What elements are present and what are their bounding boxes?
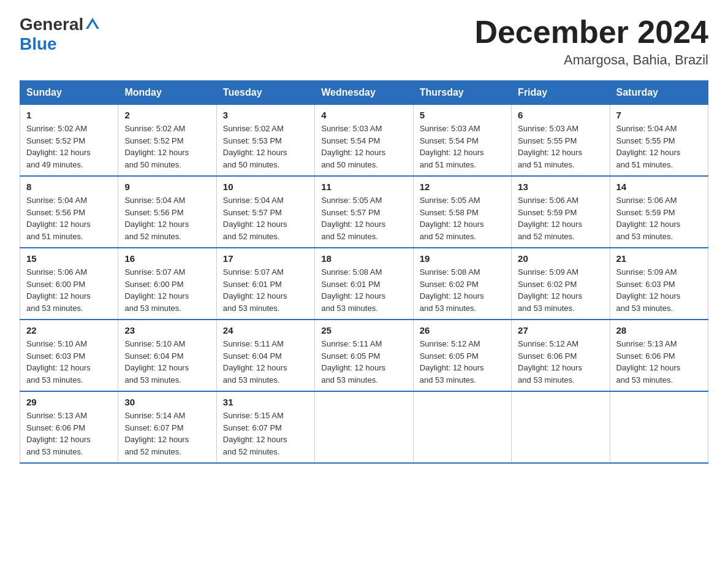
page-header: General Blue December 2024 Amargosa, Bah…: [20, 15, 708, 68]
day-number: 11: [321, 182, 406, 192]
table-row: 4 Sunrise: 5:03 AMSunset: 5:54 PMDayligh…: [315, 105, 413, 177]
day-info: Sunrise: 5:13 AMSunset: 6:06 PMDaylight:…: [616, 339, 681, 385]
table-row: 16 Sunrise: 5:07 AMSunset: 6:00 PMDaylig…: [118, 248, 216, 320]
day-info: Sunrise: 5:09 AMSunset: 6:03 PMDaylight:…: [616, 267, 681, 313]
col-monday: Monday: [118, 81, 216, 105]
day-number: 13: [518, 182, 603, 192]
day-number: 19: [420, 253, 505, 264]
col-thursday: Thursday: [413, 81, 511, 105]
table-row: 20 Sunrise: 5:09 AMSunset: 6:02 PMDaylig…: [512, 248, 610, 320]
day-number: 26: [420, 325, 505, 335]
table-row: 19 Sunrise: 5:08 AMSunset: 6:02 PMDaylig…: [413, 248, 511, 320]
day-number: 17: [223, 253, 308, 264]
col-sunday: Sunday: [20, 81, 118, 105]
table-row: 8 Sunrise: 5:04 AMSunset: 5:56 PMDayligh…: [20, 176, 118, 248]
table-row: 5 Sunrise: 5:03 AMSunset: 5:54 PMDayligh…: [413, 105, 511, 177]
day-number: 15: [26, 253, 112, 264]
table-row: 23 Sunrise: 5:10 AMSunset: 6:04 PMDaylig…: [118, 320, 216, 391]
day-number: 31: [223, 397, 308, 407]
day-number: 8: [26, 182, 112, 192]
day-info: Sunrise: 5:04 AMSunset: 5:55 PMDaylight:…: [616, 124, 681, 169]
day-info: Sunrise: 5:02 AMSunset: 5:52 PMDaylight:…: [124, 124, 189, 169]
calendar-title-area: December 2024 Amargosa, Bahia, Brazil: [474, 15, 708, 68]
day-info: Sunrise: 5:12 AMSunset: 6:05 PMDaylight:…: [420, 339, 484, 385]
day-info: Sunrise: 5:13 AMSunset: 6:06 PMDaylight:…: [26, 411, 91, 456]
day-info: Sunrise: 5:03 AMSunset: 5:54 PMDaylight:…: [420, 124, 484, 169]
calendar-table: Sunday Monday Tuesday Wednesday Thursday…: [20, 80, 708, 464]
day-number: 20: [518, 253, 603, 264]
table-row: 27 Sunrise: 5:12 AMSunset: 6:06 PMDaylig…: [512, 320, 610, 391]
calendar-week-row: 15 Sunrise: 5:06 AMSunset: 6:00 PMDaylig…: [20, 248, 708, 320]
day-number: 18: [321, 253, 406, 264]
day-info: Sunrise: 5:10 AMSunset: 6:03 PMDaylight:…: [26, 339, 91, 385]
day-number: 12: [420, 182, 505, 192]
table-row: 14 Sunrise: 5:06 AMSunset: 5:59 PMDaylig…: [610, 176, 708, 248]
day-info: Sunrise: 5:04 AMSunset: 5:57 PMDaylight:…: [223, 196, 287, 241]
table-row: 22 Sunrise: 5:10 AMSunset: 6:03 PMDaylig…: [20, 320, 118, 391]
table-row: 12 Sunrise: 5:05 AMSunset: 5:58 PMDaylig…: [413, 176, 511, 248]
day-number: 23: [124, 325, 210, 335]
logo-triangle-icon: [86, 18, 99, 31]
table-row: 21 Sunrise: 5:09 AMSunset: 6:03 PMDaylig…: [610, 248, 708, 320]
table-row: 7 Sunrise: 5:04 AMSunset: 5:55 PMDayligh…: [610, 105, 708, 177]
col-wednesday: Wednesday: [315, 81, 413, 105]
logo: General Blue: [20, 15, 100, 54]
day-info: Sunrise: 5:08 AMSunset: 6:02 PMDaylight:…: [420, 267, 484, 313]
col-tuesday: Tuesday: [216, 81, 314, 105]
day-number: 30: [124, 397, 210, 407]
table-row: 26 Sunrise: 5:12 AMSunset: 6:05 PMDaylig…: [413, 320, 511, 391]
month-year-title: December 2024: [474, 15, 708, 50]
logo-general-text: General: [20, 15, 83, 34]
table-row: [413, 391, 511, 463]
day-info: Sunrise: 5:09 AMSunset: 6:02 PMDaylight:…: [518, 267, 582, 313]
calendar-week-row: 29 Sunrise: 5:13 AMSunset: 6:06 PMDaylig…: [20, 391, 708, 463]
day-info: Sunrise: 5:06 AMSunset: 5:59 PMDaylight:…: [616, 196, 681, 241]
day-info: Sunrise: 5:11 AMSunset: 6:05 PMDaylight:…: [321, 339, 385, 385]
table-row: 6 Sunrise: 5:03 AMSunset: 5:55 PMDayligh…: [512, 105, 610, 177]
day-number: 27: [518, 325, 603, 335]
day-info: Sunrise: 5:02 AMSunset: 5:53 PMDaylight:…: [223, 124, 287, 169]
location-subtitle: Amargosa, Bahia, Brazil: [474, 52, 708, 68]
day-info: Sunrise: 5:05 AMSunset: 5:57 PMDaylight:…: [321, 196, 385, 241]
day-info: Sunrise: 5:02 AMSunset: 5:52 PMDaylight:…: [26, 124, 91, 169]
calendar-week-row: 8 Sunrise: 5:04 AMSunset: 5:56 PMDayligh…: [20, 176, 708, 248]
day-number: 29: [26, 397, 112, 407]
day-number: 9: [124, 182, 210, 192]
calendar-header-row: Sunday Monday Tuesday Wednesday Thursday…: [20, 81, 708, 105]
day-info: Sunrise: 5:11 AMSunset: 6:04 PMDaylight:…: [223, 339, 287, 385]
day-number: 28: [616, 325, 702, 335]
day-info: Sunrise: 5:07 AMSunset: 6:00 PMDaylight:…: [124, 267, 189, 313]
table-row: 1 Sunrise: 5:02 AMSunset: 5:52 PMDayligh…: [20, 105, 118, 177]
calendar-week-row: 1 Sunrise: 5:02 AMSunset: 5:52 PMDayligh…: [20, 105, 708, 177]
day-number: 5: [420, 110, 505, 120]
table-row: 15 Sunrise: 5:06 AMSunset: 6:00 PMDaylig…: [20, 248, 118, 320]
calendar-week-row: 22 Sunrise: 5:10 AMSunset: 6:03 PMDaylig…: [20, 320, 708, 391]
day-info: Sunrise: 5:06 AMSunset: 6:00 PMDaylight:…: [26, 267, 91, 313]
table-row: 28 Sunrise: 5:13 AMSunset: 6:06 PMDaylig…: [610, 320, 708, 391]
logo-blue-text: Blue: [20, 34, 57, 53]
table-row: 11 Sunrise: 5:05 AMSunset: 5:57 PMDaylig…: [315, 176, 413, 248]
day-info: Sunrise: 5:06 AMSunset: 5:59 PMDaylight:…: [518, 196, 582, 241]
day-number: 6: [518, 110, 603, 120]
day-info: Sunrise: 5:08 AMSunset: 6:01 PMDaylight:…: [321, 267, 385, 313]
day-number: 10: [223, 182, 308, 192]
table-row: 24 Sunrise: 5:11 AMSunset: 6:04 PMDaylig…: [216, 320, 314, 391]
day-info: Sunrise: 5:04 AMSunset: 5:56 PMDaylight:…: [26, 196, 91, 241]
day-info: Sunrise: 5:14 AMSunset: 6:07 PMDaylight:…: [124, 411, 189, 456]
table-row: 3 Sunrise: 5:02 AMSunset: 5:53 PMDayligh…: [216, 105, 314, 177]
table-row: 25 Sunrise: 5:11 AMSunset: 6:05 PMDaylig…: [315, 320, 413, 391]
table-row: [610, 391, 708, 463]
day-number: 21: [616, 253, 702, 264]
day-info: Sunrise: 5:07 AMSunset: 6:01 PMDaylight:…: [223, 267, 287, 313]
day-number: 24: [223, 325, 308, 335]
table-row: [512, 391, 610, 463]
day-number: 7: [616, 110, 702, 120]
day-info: Sunrise: 5:03 AMSunset: 5:54 PMDaylight:…: [321, 124, 385, 169]
table-row: 29 Sunrise: 5:13 AMSunset: 6:06 PMDaylig…: [20, 391, 118, 463]
day-info: Sunrise: 5:10 AMSunset: 6:04 PMDaylight:…: [124, 339, 189, 385]
day-number: 3: [223, 110, 308, 120]
table-row: 31 Sunrise: 5:15 AMSunset: 6:07 PMDaylig…: [216, 391, 314, 463]
table-row: 13 Sunrise: 5:06 AMSunset: 5:59 PMDaylig…: [512, 176, 610, 248]
day-info: Sunrise: 5:12 AMSunset: 6:06 PMDaylight:…: [518, 339, 582, 385]
day-number: 2: [124, 110, 210, 120]
